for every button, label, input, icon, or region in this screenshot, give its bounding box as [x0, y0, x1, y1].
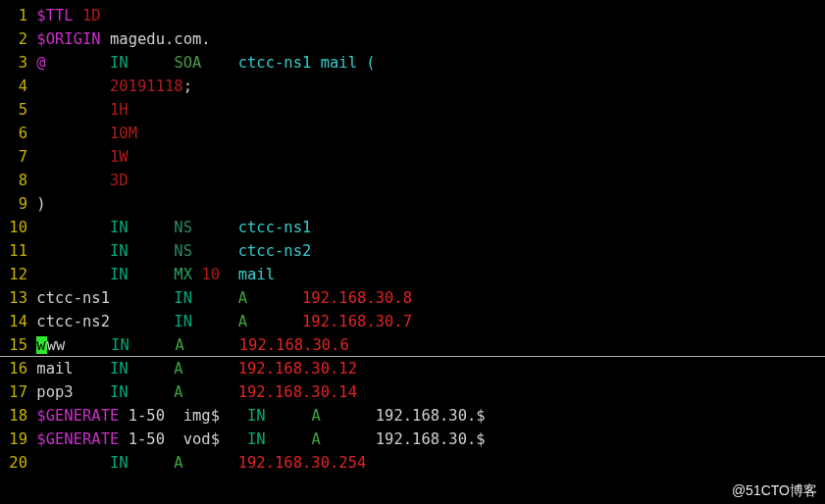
- line-number: [0, 7, 19, 25]
- line-8: 8 3D: [0, 172, 129, 189]
- generate-range: 1-50: [129, 407, 165, 425]
- ip-address: 192.168.30.254: [238, 454, 367, 472]
- type-a: A: [238, 289, 247, 307]
- type-soa: SOA: [174, 54, 201, 72]
- mx-priority: 10: [201, 266, 220, 283]
- soa-expire: 1W: [110, 148, 129, 166]
- watermark-label: @51CTO博客: [732, 482, 817, 500]
- line-16: 16 mail IN A 192.168.30.12: [0, 360, 357, 378]
- cursor-icon: w: [36, 336, 46, 354]
- generate-lhs: img$: [183, 407, 220, 425]
- soa-refresh: 1H: [110, 101, 129, 119]
- soa-rdata: ctcc-ns1 mail (: [238, 54, 376, 72]
- ip-address: 192.168.30.12: [238, 360, 357, 378]
- ns-host: ctcc-ns2: [238, 242, 312, 260]
- type-mx: MX: [174, 266, 192, 283]
- origin-directive: $ORIGIN: [36, 30, 100, 48]
- line-10: 10 IN NS ctcc-ns1: [0, 219, 311, 236]
- line-18: 18 $GENERATE 1-50 img$ IN A 192.168.30.$: [0, 407, 486, 425]
- ns-host: ctcc-ns1: [238, 219, 312, 236]
- line-7: 7 1W: [0, 148, 129, 166]
- line-19: 19 $GENERATE 1-50 vod$ IN A 192.168.30.$: [0, 430, 486, 448]
- generate-rhs: 192.168.30.$: [376, 407, 486, 425]
- record-name: mail: [36, 360, 73, 378]
- ip-address: 192.168.30.6: [239, 336, 349, 354]
- line-9: 9 ): [0, 195, 46, 213]
- soa-min: 3D: [110, 172, 129, 189]
- record-name: pop3: [36, 383, 73, 401]
- ip-address: 192.168.30.8: [302, 289, 412, 307]
- record-name: ctcc-ns1: [36, 289, 110, 307]
- ttl-directive: $TTL: [36, 7, 73, 25]
- soa-close: ): [36, 195, 45, 213]
- class-in: IN: [110, 54, 129, 72]
- at-sign: @: [36, 54, 45, 72]
- line-4: 4 20191118;: [0, 77, 192, 95]
- record-name: ctcc-ns2: [36, 313, 110, 330]
- record-name: ww: [47, 336, 66, 354]
- line-14: 14 ctcc-ns2 IN A 192.168.30.7: [0, 313, 412, 330]
- line-6: 6 10M: [0, 125, 137, 142]
- line-17: 17 pop3 IN A 192.168.30.14: [0, 383, 357, 401]
- soa-retry: 10M: [110, 125, 137, 142]
- line-13: 13 ctcc-ns1 IN A 192.168.30.8: [0, 289, 412, 307]
- line-12: 12 IN MX 10 mail: [0, 266, 275, 283]
- soa-serial: 20191118: [110, 77, 183, 95]
- zone-file-editor[interactable]: 1 $TTL 1D 2 $ORIGIN magedu.com. 3 @ IN S…: [0, 0, 825, 475]
- ip-address: 192.168.30.14: [238, 383, 357, 401]
- origin-domain: magedu.com.: [110, 30, 211, 48]
- line-5: 5 1H: [0, 101, 129, 119]
- line-15-current: 15 www IN A 192.168.30.6: [0, 334, 825, 357]
- ip-address: 192.168.30.7: [302, 313, 412, 330]
- line-2: 2 $ORIGIN magedu.com.: [0, 30, 211, 48]
- line-1: 1 $TTL 1D: [0, 7, 101, 25]
- generate-directive: $GENERATE: [36, 407, 119, 425]
- ttl-value: 1D: [82, 7, 101, 25]
- type-ns: NS: [174, 219, 192, 236]
- mx-host: mail: [238, 266, 275, 283]
- line-20: 20 IN A 192.168.30.254: [0, 454, 366, 472]
- generate-lhs: vod$: [183, 430, 220, 448]
- line-11: 11 IN NS ctcc-ns2: [0, 242, 311, 260]
- line-3: 3 @ IN SOA ctcc-ns1 mail (: [0, 54, 376, 72]
